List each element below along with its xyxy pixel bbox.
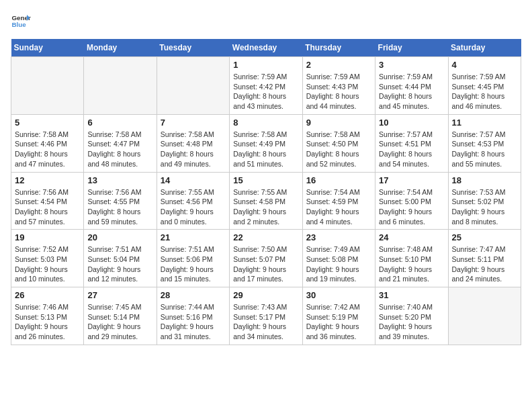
- calendar-cell: 29Sunrise: 7:43 AM Sunset: 5:17 PM Dayli…: [230, 287, 302, 345]
- calendar-cell: 7Sunrise: 7:58 AM Sunset: 4:48 PM Daylig…: [157, 114, 229, 172]
- day-number: 28: [161, 290, 226, 300]
- calendar-cell: 22Sunrise: 7:50 AM Sunset: 5:07 PM Dayli…: [230, 230, 302, 287]
- weekday-header-monday: Monday: [84, 39, 157, 57]
- calendar-week-1: 1Sunrise: 7:59 AM Sunset: 4:42 PM Daylig…: [11, 57, 521, 115]
- calendar-cell: 19Sunrise: 7:52 AM Sunset: 5:03 PM Dayli…: [11, 230, 84, 287]
- day-number: 4: [452, 60, 517, 70]
- day-info: Sunrise: 7:48 AM Sunset: 5:10 PM Dayligh…: [379, 244, 444, 284]
- weekday-header-tuesday: Tuesday: [157, 39, 229, 57]
- day-info: Sunrise: 7:55 AM Sunset: 4:58 PM Dayligh…: [233, 187, 298, 227]
- day-number: 3: [379, 60, 444, 70]
- calendar-cell: [11, 57, 84, 115]
- day-info: Sunrise: 7:54 AM Sunset: 5:00 PM Dayligh…: [379, 187, 444, 227]
- weekday-header-wednesday: Wednesday: [230, 39, 302, 57]
- calendar-week-3: 12Sunrise: 7:56 AM Sunset: 4:54 PM Dayli…: [11, 172, 521, 230]
- day-number: 29: [233, 290, 298, 300]
- day-info: Sunrise: 7:43 AM Sunset: 5:17 PM Dayligh…: [233, 302, 298, 342]
- day-number: 10: [379, 118, 444, 128]
- day-number: 16: [306, 175, 371, 185]
- day-info: Sunrise: 7:57 AM Sunset: 4:53 PM Dayligh…: [452, 130, 517, 169]
- calendar-cell: 3Sunrise: 7:59 AM Sunset: 4:44 PM Daylig…: [375, 57, 448, 115]
- day-number: 12: [15, 175, 80, 185]
- day-info: Sunrise: 7:44 AM Sunset: 5:16 PM Dayligh…: [161, 302, 226, 342]
- logo-icon: General Blue: [11, 11, 31, 31]
- calendar-cell: 27Sunrise: 7:45 AM Sunset: 5:14 PM Dayli…: [84, 287, 157, 345]
- day-number: 11: [452, 118, 517, 128]
- day-info: Sunrise: 7:47 AM Sunset: 5:11 PM Dayligh…: [452, 244, 517, 284]
- day-info: Sunrise: 7:54 AM Sunset: 4:59 PM Dayligh…: [306, 187, 371, 227]
- calendar-cell: 26Sunrise: 7:46 AM Sunset: 5:13 PM Dayli…: [11, 287, 84, 345]
- day-info: Sunrise: 7:51 AM Sunset: 5:06 PM Dayligh…: [161, 244, 226, 284]
- calendar-cell: 6Sunrise: 7:58 AM Sunset: 4:47 PM Daylig…: [84, 114, 157, 172]
- calendar-cell: [84, 57, 157, 115]
- calendar-cell: 9Sunrise: 7:58 AM Sunset: 4:50 PM Daylig…: [302, 114, 375, 172]
- calendar-cell: 1Sunrise: 7:59 AM Sunset: 4:42 PM Daylig…: [230, 57, 302, 115]
- calendar-cell: 25Sunrise: 7:47 AM Sunset: 5:11 PM Dayli…: [448, 230, 521, 287]
- day-number: 14: [161, 175, 226, 185]
- day-info: Sunrise: 7:58 AM Sunset: 4:48 PM Dayligh…: [161, 130, 226, 169]
- day-number: 9: [306, 118, 371, 128]
- calendar-cell: 23Sunrise: 7:49 AM Sunset: 5:08 PM Dayli…: [302, 230, 375, 287]
- weekday-header-saturday: Saturday: [448, 39, 521, 57]
- day-number: 18: [452, 175, 517, 185]
- day-info: Sunrise: 7:46 AM Sunset: 5:13 PM Dayligh…: [15, 302, 80, 342]
- day-number: 24: [379, 232, 444, 242]
- day-info: Sunrise: 7:45 AM Sunset: 5:14 PM Dayligh…: [87, 302, 152, 342]
- day-number: 5: [15, 118, 80, 128]
- logo: General Blue: [11, 11, 31, 31]
- calendar-cell: 17Sunrise: 7:54 AM Sunset: 5:00 PM Dayli…: [375, 172, 448, 230]
- day-number: 31: [379, 290, 444, 300]
- calendar-table: SundayMondayTuesdayWednesdayThursdayFrid…: [11, 39, 521, 345]
- weekday-header-sunday: Sunday: [11, 39, 84, 57]
- day-number: 25: [452, 232, 517, 242]
- calendar-cell: [448, 287, 521, 345]
- day-info: Sunrise: 7:51 AM Sunset: 5:04 PM Dayligh…: [87, 244, 152, 284]
- calendar-cell: 31Sunrise: 7:40 AM Sunset: 5:20 PM Dayli…: [375, 287, 448, 345]
- day-number: 15: [233, 175, 298, 185]
- calendar-cell: 10Sunrise: 7:57 AM Sunset: 4:51 PM Dayli…: [375, 114, 448, 172]
- calendar-cell: 18Sunrise: 7:53 AM Sunset: 5:02 PM Dayli…: [448, 172, 521, 230]
- day-info: Sunrise: 7:56 AM Sunset: 4:55 PM Dayligh…: [87, 187, 152, 227]
- calendar-cell: 12Sunrise: 7:56 AM Sunset: 4:54 PM Dayli…: [11, 172, 84, 230]
- day-number: 20: [87, 232, 152, 242]
- day-info: Sunrise: 7:40 AM Sunset: 5:20 PM Dayligh…: [379, 302, 444, 342]
- calendar-cell: 2Sunrise: 7:59 AM Sunset: 4:43 PM Daylig…: [302, 57, 375, 115]
- day-number: 2: [306, 60, 371, 70]
- day-info: Sunrise: 7:58 AM Sunset: 4:49 PM Dayligh…: [233, 130, 298, 169]
- day-info: Sunrise: 7:55 AM Sunset: 4:56 PM Dayligh…: [161, 187, 226, 227]
- day-info: Sunrise: 7:59 AM Sunset: 4:44 PM Dayligh…: [379, 72, 444, 111]
- calendar-cell: 4Sunrise: 7:59 AM Sunset: 4:45 PM Daylig…: [448, 57, 521, 115]
- day-info: Sunrise: 7:52 AM Sunset: 5:03 PM Dayligh…: [15, 244, 80, 284]
- calendar-week-2: 5Sunrise: 7:58 AM Sunset: 4:46 PM Daylig…: [11, 114, 521, 172]
- day-number: 30: [306, 290, 371, 300]
- day-info: Sunrise: 7:56 AM Sunset: 4:54 PM Dayligh…: [15, 187, 80, 227]
- calendar-cell: 20Sunrise: 7:51 AM Sunset: 5:04 PM Dayli…: [84, 230, 157, 287]
- day-info: Sunrise: 7:58 AM Sunset: 4:47 PM Dayligh…: [87, 130, 152, 169]
- day-info: Sunrise: 7:59 AM Sunset: 4:45 PM Dayligh…: [452, 72, 517, 111]
- day-number: 27: [87, 290, 152, 300]
- day-number: 21: [161, 232, 226, 242]
- calendar-cell: 16Sunrise: 7:54 AM Sunset: 4:59 PM Dayli…: [302, 172, 375, 230]
- day-number: 26: [15, 290, 80, 300]
- calendar-cell: 24Sunrise: 7:48 AM Sunset: 5:10 PM Dayli…: [375, 230, 448, 287]
- page-header: General Blue: [11, 11, 521, 31]
- day-number: 23: [306, 232, 371, 242]
- day-number: 8: [233, 118, 298, 128]
- calendar-cell: 8Sunrise: 7:58 AM Sunset: 4:49 PM Daylig…: [230, 114, 302, 172]
- calendar-cell: 15Sunrise: 7:55 AM Sunset: 4:58 PM Dayli…: [230, 172, 302, 230]
- day-number: 19: [15, 232, 80, 242]
- day-info: Sunrise: 7:58 AM Sunset: 4:50 PM Dayligh…: [306, 130, 371, 169]
- day-number: 22: [233, 232, 298, 242]
- calendar-week-4: 19Sunrise: 7:52 AM Sunset: 5:03 PM Dayli…: [11, 230, 521, 287]
- day-info: Sunrise: 7:42 AM Sunset: 5:19 PM Dayligh…: [306, 302, 371, 342]
- calendar-cell: 5Sunrise: 7:58 AM Sunset: 4:46 PM Daylig…: [11, 114, 84, 172]
- day-info: Sunrise: 7:49 AM Sunset: 5:08 PM Dayligh…: [306, 244, 371, 284]
- calendar-cell: 21Sunrise: 7:51 AM Sunset: 5:06 PM Dayli…: [157, 230, 229, 287]
- weekday-header-friday: Friday: [375, 39, 448, 57]
- day-info: Sunrise: 7:57 AM Sunset: 4:51 PM Dayligh…: [379, 130, 444, 169]
- day-info: Sunrise: 7:59 AM Sunset: 4:42 PM Dayligh…: [233, 72, 298, 111]
- svg-text:Blue: Blue: [12, 21, 27, 28]
- day-info: Sunrise: 7:59 AM Sunset: 4:43 PM Dayligh…: [306, 72, 371, 111]
- calendar-week-5: 26Sunrise: 7:46 AM Sunset: 5:13 PM Dayli…: [11, 287, 521, 345]
- day-info: Sunrise: 7:53 AM Sunset: 5:02 PM Dayligh…: [452, 187, 517, 227]
